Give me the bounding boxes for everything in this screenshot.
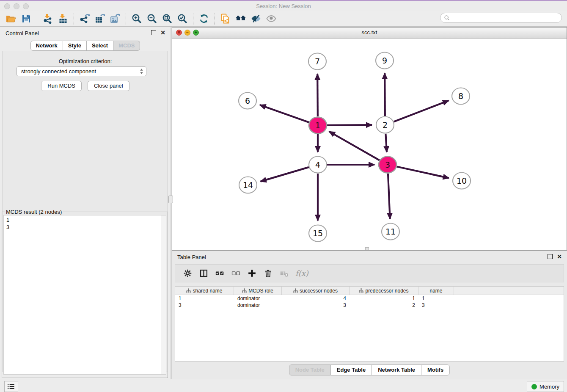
- table-cell[interactable]: 2: [350, 302, 418, 308]
- import-table-icon[interactable]: [55, 12, 71, 25]
- split-columns-icon[interactable]: [199, 268, 209, 278]
- add-column-icon[interactable]: [247, 268, 257, 278]
- tab-style[interactable]: Style: [63, 41, 87, 51]
- table-panel-header: Table Panel ✕: [172, 251, 567, 263]
- graph-node-3[interactable]: 3: [379, 157, 396, 173]
- graph-node-4[interactable]: 4: [309, 157, 327, 173]
- toolbar-separator: [37, 13, 37, 25]
- table-row[interactable]: 3dominator323: [175, 302, 564, 309]
- table-cell[interactable]: 1: [175, 295, 234, 301]
- graph-node-14[interactable]: 14: [239, 177, 257, 193]
- search-input[interactable]: [452, 14, 558, 22]
- tab-node-table[interactable]: Node Table: [289, 364, 331, 375]
- zoom-out-icon[interactable]: [144, 12, 160, 25]
- deselect-all-columns-icon[interactable]: [231, 268, 241, 278]
- mcds-result-textarea[interactable]: 13: [3, 215, 166, 375]
- save-session-icon[interactable]: [19, 12, 34, 25]
- refresh-view-icon[interactable]: [196, 12, 212, 25]
- open-session-icon[interactable]: [3, 12, 19, 25]
- table-header-row: shared nameMCDS rolesuccessor nodesprede…: [175, 287, 564, 295]
- column-header-label: MCDS role: [248, 288, 273, 294]
- graph-edge-1-2[interactable]: [327, 125, 372, 125]
- graph-edge-3-10[interactable]: [396, 166, 449, 178]
- graph-node-11[interactable]: 11: [382, 224, 399, 240]
- criterion-select[interactable]: strongly connected component: [17, 66, 146, 76]
- export-image-icon[interactable]: [107, 12, 123, 25]
- table-cell[interactable]: 3: [175, 302, 234, 308]
- table-cell[interactable]: dominator: [234, 302, 282, 308]
- select-all-columns-icon[interactable]: [215, 268, 225, 278]
- table-cell[interactable]: 1: [418, 295, 454, 301]
- reset-home-icon[interactable]: [233, 12, 248, 25]
- float-table-panel-icon[interactable]: [548, 254, 553, 259]
- graph-node-1[interactable]: 1: [309, 117, 327, 134]
- export-table-icon[interactable]: [92, 12, 107, 25]
- show-panels-button[interactable]: [4, 381, 18, 392]
- network-graph[interactable]: 7968124314101511: [172, 38, 567, 250]
- close-table-panel-icon[interactable]: ✕: [557, 254, 562, 259]
- zoom-in-icon[interactable]: [129, 12, 144, 25]
- tab-edge-table[interactable]: Edge Table: [331, 364, 372, 375]
- network-splitter-handle[interactable]: [365, 247, 369, 250]
- titlebar: Session: New Session: [0, 1, 567, 11]
- graph-node-15[interactable]: 15: [309, 225, 327, 242]
- sort-column-icon: [242, 288, 247, 293]
- tab-network[interactable]: Network: [30, 41, 63, 51]
- memory-status-icon: [531, 384, 537, 389]
- graph-edge-2-8[interactable]: [394, 101, 449, 122]
- graph-node-10[interactable]: 10: [453, 173, 471, 189]
- import-network-icon[interactable]: [40, 12, 55, 25]
- new-network-from-selection-icon[interactable]: [218, 12, 233, 25]
- graph-edge-4-14[interactable]: [261, 167, 309, 182]
- float-panel-icon[interactable]: [151, 30, 156, 35]
- column-header-MCDS-role[interactable]: MCDS role: [234, 287, 282, 295]
- delete-column-icon[interactable]: [263, 268, 273, 278]
- graph-node-9[interactable]: 9: [376, 52, 394, 69]
- table-cell[interactable]: 1: [350, 295, 418, 301]
- column-header-predecessor-nodes[interactable]: predecessor nodes: [350, 287, 418, 295]
- column-header-label: predecessor nodes: [365, 288, 408, 294]
- graph-edge-3-1[interactable]: [329, 132, 380, 160]
- graph-node-2[interactable]: 2: [376, 117, 394, 133]
- column-header-shared-name[interactable]: shared name: [175, 287, 234, 295]
- column-header-label: shared name: [193, 288, 222, 294]
- close-panel-button[interactable]: Close panel: [88, 81, 129, 91]
- tab-network-table[interactable]: Network Table: [372, 364, 421, 375]
- column-header-name[interactable]: name: [418, 287, 454, 295]
- mcds-result-fieldset: MCDS result (2 nodes) 13: [2, 209, 168, 378]
- memory-button[interactable]: Memory: [527, 381, 564, 392]
- close-panel-icon[interactable]: ✕: [160, 30, 165, 35]
- tab-motifs[interactable]: Motifs: [421, 364, 450, 375]
- zoom-fit-icon[interactable]: [160, 12, 175, 25]
- panel-splitter-handle[interactable]: [168, 196, 173, 203]
- table-row[interactable]: 1dominator411: [175, 295, 564, 302]
- search-box[interactable]: [440, 13, 562, 23]
- window-title: Session: New Session: [0, 3, 567, 9]
- graph-edge-2-3[interactable]: [385, 134, 387, 152]
- zoom-selected-icon[interactable]: [175, 12, 190, 25]
- run-mcds-button[interactable]: Run MCDS: [41, 81, 82, 91]
- graph-edge-1-6[interactable]: [260, 105, 309, 122]
- column-header-successor-nodes[interactable]: successor nodes: [282, 287, 350, 295]
- graph-edge-2-9[interactable]: [385, 73, 385, 116]
- tab-select[interactable]: Select: [87, 41, 113, 51]
- table-cell[interactable]: dominator: [234, 295, 282, 301]
- table-cell[interactable]: 3: [418, 302, 454, 308]
- hide-selected-icon[interactable]: [248, 12, 264, 25]
- export-network-icon[interactable]: [77, 12, 92, 25]
- memory-button-label: Memory: [539, 384, 559, 390]
- show-all-icon[interactable]: [264, 12, 279, 25]
- node-table: shared nameMCDS rolesuccessor nodesprede…: [175, 286, 564, 362]
- network-window-titlebar[interactable]: ✕ − + scc.txt: [172, 28, 567, 39]
- result-scrollbar[interactable]: [161, 215, 166, 374]
- table-cell[interactable]: 3: [282, 302, 350, 308]
- graph-node-7[interactable]: 7: [308, 53, 326, 70]
- graph-edge-1-7[interactable]: [317, 74, 318, 116]
- attribute-settings-icon[interactable]: [183, 268, 193, 278]
- table-cell[interactable]: 4: [282, 295, 350, 301]
- tab-mcds[interactable]: MCDS: [113, 41, 140, 51]
- search-icon: [444, 15, 450, 21]
- graph-node-8[interactable]: 8: [452, 88, 470, 105]
- graph-node-6[interactable]: 6: [239, 93, 256, 109]
- graph-edge-3-11[interactable]: [388, 174, 390, 219]
